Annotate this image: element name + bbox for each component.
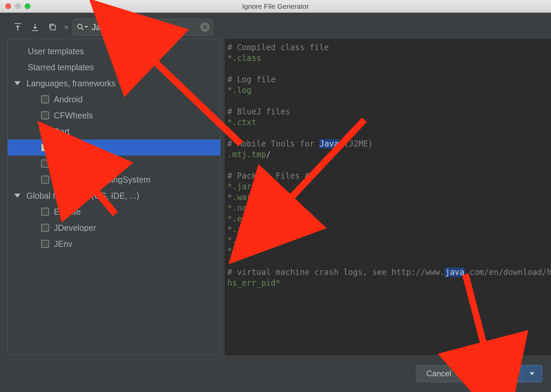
editor-line: *.nar bbox=[227, 203, 550, 213]
chevron-down-icon bbox=[530, 372, 534, 375]
tree-item-label: MetaProgrammingSystem bbox=[54, 175, 150, 185]
editor-line: # Package Files # bbox=[227, 171, 550, 181]
tree-top-item[interactable]: Starred templates bbox=[8, 59, 220, 75]
generate-button[interactable]: Generate bbox=[468, 365, 522, 382]
search-dropdown-icon[interactable] bbox=[84, 25, 88, 29]
tree-item-label: JEnv bbox=[54, 239, 73, 249]
tree-category[interactable]: Languages, frameworks bbox=[8, 75, 220, 91]
editor-line bbox=[227, 96, 550, 106]
tree-item-label: Eclipse bbox=[54, 207, 81, 217]
cancel-button[interactable]: Cancel bbox=[416, 365, 462, 382]
editor-line: # virtual machine crash logs, see http:/… bbox=[227, 267, 550, 278]
tree-item-label: Java bbox=[54, 143, 73, 153]
search-input[interactable] bbox=[89, 22, 200, 32]
toolbar: » ✕ bbox=[0, 13, 551, 39]
tree-item[interactable]: ✓Java bbox=[8, 139, 220, 156]
tree-category[interactable]: Global templates (OS, IDE, ...) bbox=[8, 188, 220, 204]
editor-line: *.jar bbox=[227, 181, 550, 192]
editor-line: *.war bbox=[227, 192, 550, 203]
editor-line: *.ctxt bbox=[227, 117, 550, 128]
editor-line: *.log bbox=[227, 85, 550, 96]
dialog-footer: Cancel Generate bbox=[0, 355, 551, 392]
editor-line: # Compiled class file bbox=[227, 42, 550, 53]
template-tree[interactable]: User templatesStarred templatesLanguages… bbox=[7, 39, 221, 355]
checkbox[interactable]: ✓ bbox=[41, 143, 49, 152]
tree-item[interactable]: Dart bbox=[8, 123, 220, 139]
editor-line: # BlueJ files bbox=[227, 106, 550, 117]
layers-icon[interactable] bbox=[47, 21, 58, 33]
search-icon bbox=[76, 23, 85, 31]
editor-line bbox=[227, 256, 550, 267]
tree-item[interactable]: Eclipse bbox=[8, 204, 220, 220]
checkbox[interactable] bbox=[41, 111, 49, 119]
tree-top-item[interactable]: User templates bbox=[8, 43, 220, 59]
checkbox[interactable] bbox=[41, 127, 49, 135]
checkbox[interactable] bbox=[41, 176, 49, 184]
svg-rect-0 bbox=[51, 25, 56, 30]
tree-item[interactable]: Android bbox=[8, 91, 220, 107]
tree-category-label: Languages, frameworks bbox=[26, 79, 116, 88]
tree-item[interactable]: MetaProgrammingSystem bbox=[8, 172, 220, 188]
editor-line bbox=[227, 128, 550, 138]
checkbox[interactable] bbox=[41, 240, 49, 248]
tree-item[interactable]: Kotlin bbox=[8, 156, 220, 172]
checkbox[interactable] bbox=[41, 160, 49, 168]
tree-item-label: CFWheels bbox=[54, 111, 93, 120]
svg-point-1 bbox=[78, 24, 82, 28]
editor-line bbox=[227, 160, 550, 171]
collapse-all-icon[interactable] bbox=[29, 21, 41, 33]
editor-line: hs_err_pid* bbox=[227, 278, 550, 288]
expand-triangle-icon bbox=[14, 194, 20, 198]
tree-item-label: Dart bbox=[54, 127, 70, 136]
tree-item-label: Kotlin bbox=[54, 159, 75, 169]
checkbox[interactable] bbox=[41, 95, 49, 103]
editor-line: *.rar bbox=[227, 246, 550, 256]
editor-line: *.zip bbox=[227, 224, 550, 235]
tree-item-label: Android bbox=[54, 95, 83, 104]
titlebar: Ignore File Generator bbox=[0, 0, 551, 13]
checkbox[interactable] bbox=[41, 224, 49, 232]
tree-item[interactable]: JDeveloper bbox=[8, 220, 220, 236]
tree-item-label: JDeveloper bbox=[54, 223, 96, 233]
editor-line: # Mobile Tools for Java (J2ME) bbox=[227, 138, 550, 149]
expand-triangle-icon bbox=[14, 81, 20, 85]
search-box[interactable]: ✕ bbox=[73, 19, 213, 35]
clear-search-icon[interactable]: ✕ bbox=[200, 22, 210, 32]
expand-all-icon[interactable] bbox=[12, 21, 23, 33]
editor-line: *.tar.gz bbox=[227, 235, 550, 246]
editor-line: # Log file bbox=[227, 74, 550, 85]
preview-editor: # Compiled class file*.class # Log file*… bbox=[225, 39, 551, 355]
window-title: Ignore File Generator bbox=[0, 2, 551, 10]
editor-line bbox=[227, 64, 550, 74]
tree-item[interactable]: JEnv bbox=[8, 236, 220, 252]
generate-dropdown-button[interactable] bbox=[522, 365, 542, 382]
editor-line: *.class bbox=[227, 53, 550, 64]
tree-item[interactable]: CFWheels bbox=[8, 107, 220, 123]
more-icon[interactable]: » bbox=[64, 23, 67, 31]
checkbox[interactable] bbox=[41, 208, 49, 216]
tree-category-label: Global templates (OS, IDE, ...) bbox=[26, 191, 139, 201]
editor-line: .mtj.tmp/ bbox=[227, 149, 550, 160]
editor-line: *.ear bbox=[227, 213, 550, 224]
